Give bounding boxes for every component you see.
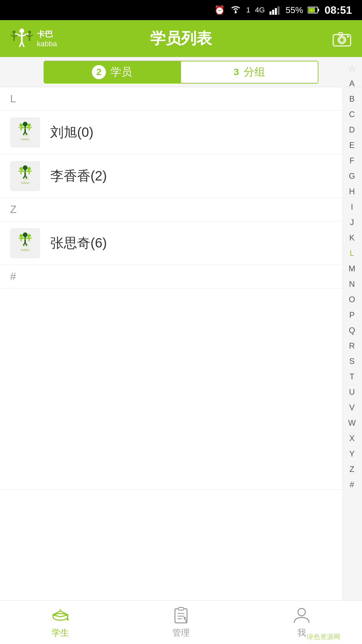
nav-item-me[interactable]: 我 <box>241 606 362 639</box>
svg-point-9 <box>19 29 24 33</box>
index-B[interactable]: B <box>344 91 360 107</box>
index-G[interactable]: G <box>344 168 360 184</box>
index-S[interactable]: S <box>344 354 360 369</box>
student-list: L 卡巴 kabba <box>0 87 342 600</box>
section-header-Z: Z <box>0 198 342 221</box>
battery-text: 55% <box>286 5 303 15</box>
logo-text: 卡巴 kabba <box>37 29 57 48</box>
empty-space <box>0 288 342 490</box>
avatar-lixiangxiang: 卡巴 kabba <box>10 161 40 191</box>
svg-point-65 <box>23 232 27 237</box>
nav-item-manage[interactable]: 管理 <box>121 606 241 639</box>
index-U[interactable]: U <box>344 384 360 400</box>
manage-nav-icon <box>172 606 190 625</box>
index-Y[interactable]: Y <box>344 446 360 462</box>
index-X[interactable]: X <box>344 431 360 446</box>
svg-text:卡巴: 卡巴 <box>22 244 28 247</box>
index-A[interactable]: A <box>344 76 360 91</box>
index-L[interactable]: L <box>344 246 360 261</box>
index-N[interactable]: N <box>344 276 360 292</box>
status-bar: ⏰ 1 4G 55% ⚡ 08:51 <box>0 0 362 20</box>
list-item-lixiangxiang[interactable]: 卡巴 kabba 李香香(2) <box>0 154 342 198</box>
list-item-zhangsiq[interactable]: 卡巴 kabba 张思奇(6) <box>0 221 342 265</box>
svg-point-25 <box>340 38 344 42</box>
wifi-icon <box>230 4 242 16</box>
svg-rect-85 <box>178 607 184 610</box>
student-name-lixiangxiang: 李香香(2) <box>50 167 107 185</box>
alarm-icon: ⏰ <box>214 5 225 15</box>
svg-point-92 <box>298 608 305 616</box>
students-nav-icon <box>51 606 70 625</box>
sim-icon: 1 <box>246 6 250 14</box>
section-header-L: L <box>0 87 342 111</box>
index-W[interactable]: W <box>344 415 360 431</box>
avatar-zhangsiq: 卡巴 kabba <box>10 228 40 258</box>
svg-rect-4 <box>278 6 280 15</box>
svg-text:kabba: kabba <box>21 181 29 184</box>
index-sidebar: ☆ A B C D E F G H I J K L M N O P Q R S … <box>342 57 362 496</box>
svg-rect-26 <box>339 33 343 35</box>
svg-rect-3 <box>275 8 277 15</box>
time-display: 08:51 <box>324 4 352 16</box>
svg-text:kabba: kabba <box>21 138 29 141</box>
index-I[interactable]: I <box>344 199 360 215</box>
index-O[interactable]: O <box>344 292 360 307</box>
watermark: 绿色资源网 <box>307 632 340 641</box>
index-M[interactable]: M <box>344 261 360 276</box>
svg-point-71 <box>19 234 23 237</box>
svg-point-75 <box>27 234 31 237</box>
section-letter-Z: Z <box>10 203 17 216</box>
students-count-badge: 2 <box>92 65 106 79</box>
signal-icon <box>269 5 281 15</box>
kabba-logo-icon <box>10 27 34 50</box>
tab-students[interactable]: 2 学员 <box>44 61 180 84</box>
student-name-liuxu: 刘旭(0) <box>50 123 94 142</box>
index-J[interactable]: J <box>344 215 360 230</box>
tabs-container: 2 学员 3 分组 <box>0 57 362 87</box>
section-header-hash: # <box>0 265 342 288</box>
index-Z[interactable]: Z <box>344 462 360 477</box>
camera-button[interactable] <box>332 29 352 49</box>
svg-point-82 <box>67 619 69 621</box>
svg-point-37 <box>19 123 23 127</box>
nav-item-students[interactable]: 学生 <box>0 606 121 639</box>
page-title: 学员列表 <box>150 20 212 57</box>
list-item-liuxu[interactable]: 卡巴 kabba 刘旭(0) <box>0 111 342 154</box>
index-hash[interactable]: # <box>344 477 360 492</box>
logo: 卡巴 kabba <box>10 27 57 50</box>
nav-label-me: 我 <box>297 627 306 639</box>
nav-label-manage: 管理 <box>172 627 190 639</box>
index-P[interactable]: P <box>344 307 360 323</box>
svg-text:kabba: kabba <box>21 248 29 252</box>
index-K[interactable]: K <box>344 230 360 246</box>
tab-groups[interactable]: 3 分组 <box>180 61 318 84</box>
index-D[interactable]: D <box>344 122 360 138</box>
svg-point-54 <box>19 167 23 170</box>
index-Q[interactable]: Q <box>344 323 360 338</box>
svg-text:⚡: ⚡ <box>310 8 314 12</box>
svg-point-31 <box>23 122 27 126</box>
header: 卡巴 kabba 学员列表 <box>0 20 362 57</box>
battery-icon: ⚡ <box>308 6 320 14</box>
nav-label-students: 学生 <box>52 627 69 639</box>
index-R[interactable]: R <box>344 338 360 354</box>
section-letter-L: L <box>10 93 16 105</box>
groups-count-badge: 3 <box>234 67 239 77</box>
4g-icon: 4G <box>255 6 265 14</box>
svg-rect-1 <box>269 11 272 15</box>
students-tab-label: 学员 <box>111 65 132 79</box>
svg-point-0 <box>235 11 237 13</box>
index-T[interactable]: T <box>344 369 360 384</box>
svg-point-41 <box>27 123 31 127</box>
status-icons: ⏰ 1 4G 55% ⚡ 08:51 <box>214 4 352 16</box>
groups-tab-label: 分组 <box>244 65 265 79</box>
index-E[interactable]: E <box>344 138 360 153</box>
index-F[interactable]: F <box>344 153 360 168</box>
index-V[interactable]: V <box>344 400 360 415</box>
svg-text:卡巴: 卡巴 <box>22 176 28 180</box>
index-H[interactable]: H <box>344 184 360 199</box>
section-letter-hash: # <box>10 270 16 283</box>
svg-point-58 <box>27 167 31 170</box>
index-C[interactable]: C <box>344 107 360 122</box>
index-star[interactable]: ☆ <box>344 60 360 76</box>
